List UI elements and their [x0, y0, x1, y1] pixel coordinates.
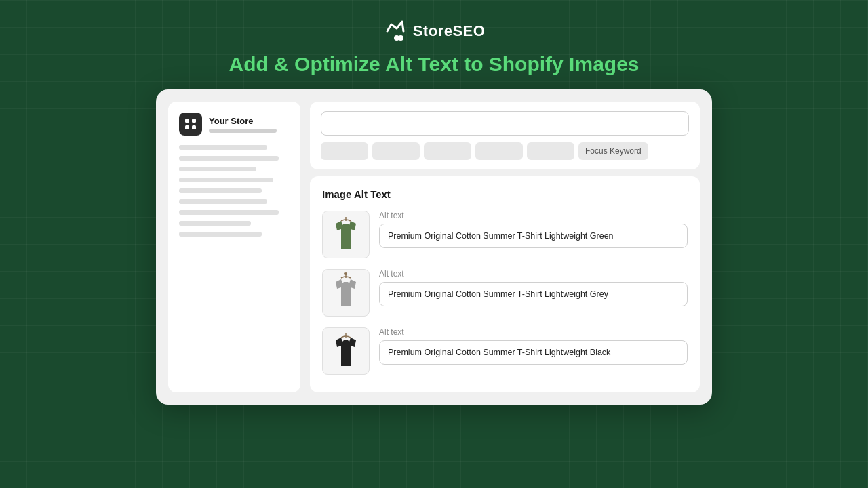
filter-tag-4 [475, 142, 523, 160]
page-headline: Add & Optimize Alt Text to Shopify Image… [229, 53, 639, 76]
alt-input-green[interactable] [379, 224, 688, 248]
store-name-label: Your Store [209, 116, 277, 126]
product-item-green: Alt text [322, 211, 688, 258]
product-info-grey: Alt text [379, 269, 688, 306]
focus-keyword-tag: Focus Keyword [578, 142, 648, 160]
sidebar-lines [179, 145, 290, 237]
sidebar: Your Store [168, 102, 300, 392]
sidebar-line [179, 156, 279, 161]
product-thumb-black [322, 327, 370, 375]
sidebar-line [179, 199, 267, 204]
image-alt-title: Image Alt Text [322, 188, 688, 200]
page-header: StoreSEO Add & Optimize Alt Text to Shop… [229, 19, 639, 76]
alt-input-black[interactable] [379, 340, 688, 365]
svg-point-1 [398, 35, 403, 41]
image-alt-card: Image Alt Text Alt text [310, 176, 700, 392]
alt-label-green: Alt text [379, 211, 688, 220]
content-area: Focus Keyword Image Alt Text Alt [310, 102, 700, 392]
sidebar-line [179, 210, 279, 215]
alt-label-grey: Alt text [379, 269, 688, 279]
logo-text: StoreSEO [413, 22, 486, 40]
filter-tag-5 [527, 142, 574, 160]
svg-rect-3 [192, 119, 196, 123]
svg-rect-2 [185, 119, 189, 123]
product-item-grey: Alt text [322, 269, 688, 317]
store-row: Your Store [179, 113, 290, 136]
filter-tag-3 [424, 142, 471, 160]
sidebar-line [179, 188, 262, 193]
search-input[interactable] [321, 111, 689, 136]
svg-rect-4 [185, 125, 189, 129]
product-info-black: Alt text [379, 327, 688, 365]
svg-rect-8 [344, 272, 347, 275]
logo-row: StoreSEO [383, 19, 486, 43]
filter-tags: Focus Keyword [321, 142, 689, 160]
search-card: Focus Keyword [310, 102, 700, 169]
filter-tag-1 [321, 142, 368, 160]
product-info-green: Alt text [379, 211, 688, 248]
store-name-block: Your Store [209, 116, 277, 133]
alt-input-grey[interactable] [379, 282, 688, 306]
product-thumb-green [322, 211, 370, 258]
main-card: Your Store Focus K [156, 89, 712, 405]
svg-rect-5 [192, 125, 196, 129]
sidebar-line [179, 145, 267, 150]
sidebar-line [179, 221, 251, 226]
filter-tag-2 [372, 142, 420, 160]
alt-label-black: Alt text [379, 327, 688, 337]
logo-icon [383, 19, 408, 43]
sidebar-line [179, 232, 262, 237]
store-icon [179, 113, 202, 136]
product-item-black: Alt text [322, 327, 688, 375]
sidebar-line [179, 178, 273, 182]
sidebar-line [179, 167, 256, 171]
store-sub-bar [209, 129, 277, 133]
product-thumb-grey [322, 269, 370, 317]
